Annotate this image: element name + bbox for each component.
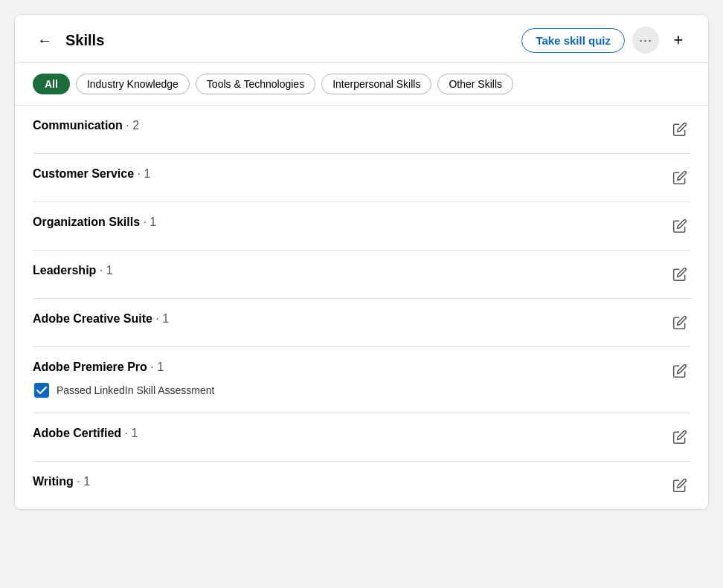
skill-row-organization-skills: Organization Skills · 1 [33,202,690,251]
skill-count: · 1 [121,427,138,439]
skill-count: · 1 [147,361,164,373]
skill-name-label: Organization Skills · 1 [33,216,156,229]
skill-name: Adobe Premiere Pro [33,361,147,373]
skill-name: Adobe Certified [33,427,121,439]
skill-row-customer-service: Customer Service · 1 [33,154,690,202]
badge-text: Passed LinkedIn Skill Assessment [57,384,214,396]
skill-badge: Passed LinkedIn Skill Assessment [33,381,214,399]
edit-adobe-creative-suite-button[interactable] [669,312,690,333]
skill-name-label: Writing · 1 [33,475,90,488]
edit-customer-service-button[interactable] [669,167,690,188]
skill-name: Customer Service [33,167,134,180]
edit-icon [672,478,687,493]
page-title: Skills [65,32,104,49]
skill-row-adobe-premiere-pro: Adobe Premiere Pro · 1 Passed LinkedIn S… [33,347,690,413]
skill-row-writing: Writing · 1 [33,462,690,509]
edit-icon [672,122,687,137]
edit-icon [672,364,687,378]
edit-organization-skills-button[interactable] [669,216,690,236]
skill-row-adobe-creative-suite: Adobe Creative Suite · 1 [33,299,690,347]
skill-content: Adobe Creative Suite · 1 [33,312,169,326]
tab-industry-knowledge[interactable]: Industry Knowledge [76,74,190,94]
tab-tools-technologies[interactable]: Tools & Technologies [196,74,315,94]
skill-list: Communication · 2 Customer Service · 1 [15,106,708,509]
skill-content: Adobe Certified · 1 [33,427,138,440]
edit-icon [672,430,687,445]
skill-name-label: Customer Service · 1 [33,167,150,181]
skill-count: · 1 [152,312,169,325]
skill-content: Adobe Premiere Pro · 1 Passed LinkedIn S… [33,361,214,399]
take-skill-quiz-button[interactable]: Take skill quiz [521,28,625,53]
skill-content: Communication · 2 [33,119,139,132]
skill-row-leadership: Leadership · 1 [33,251,690,299]
skills-card: ← Skills Take skill quiz ··· + All Indus… [15,15,708,509]
edit-icon [672,219,687,233]
edit-icon [672,267,687,282]
skill-content: Writing · 1 [33,475,90,488]
edit-adobe-certified-button[interactable] [669,427,690,448]
tab-all[interactable]: All [33,74,70,94]
skill-name-label: Adobe Creative Suite · 1 [33,312,169,326]
skill-count: · 2 [123,119,139,132]
skill-row-communication: Communication · 2 [33,106,690,154]
more-options-button[interactable]: ··· [632,27,659,54]
tab-other-skills[interactable]: Other Skills [437,74,513,94]
header: ← Skills Take skill quiz ··· + [15,15,708,63]
skill-content: Leadership · 1 [33,264,113,277]
edit-writing-button[interactable] [669,475,690,496]
skill-name: Writing [33,475,74,488]
skill-name: Organization Skills [33,216,140,228]
skill-count: · 1 [134,167,150,180]
header-right: Take skill quiz ··· + [521,27,690,54]
edit-leadership-button[interactable] [669,264,690,285]
skill-name: Leadership [33,264,96,277]
edit-icon [672,315,687,330]
filter-tabs: All Industry Knowledge Tools & Technolog… [15,63,708,106]
skill-name: Communication [33,119,123,132]
skill-count: · 1 [140,216,156,228]
skill-row-adobe-certified: Adobe Certified · 1 [33,413,690,462]
skill-content: Customer Service · 1 [33,167,150,181]
skill-count: · 1 [74,475,90,488]
back-button[interactable]: ← [33,28,57,52]
add-skill-button[interactable]: + [666,28,690,52]
skill-name: Adobe Creative Suite [33,312,152,325]
edit-adobe-premiere-pro-button[interactable] [669,361,690,381]
skill-name-label: Adobe Certified · 1 [33,427,138,440]
edit-icon [672,170,687,185]
linkedin-assessment-badge-icon [33,381,51,399]
header-left: ← Skills [33,28,104,52]
tab-interpersonal-skills[interactable]: Interpersonal Skills [321,74,431,94]
edit-communication-button[interactable] [669,119,690,140]
skill-name-label: Leadership · 1 [33,264,113,277]
skill-count: · 1 [96,264,112,277]
skill-name-label: Adobe Premiere Pro · 1 [33,361,214,374]
skill-content: Organization Skills · 1 [33,216,156,229]
skill-name-label: Communication · 2 [33,119,139,132]
